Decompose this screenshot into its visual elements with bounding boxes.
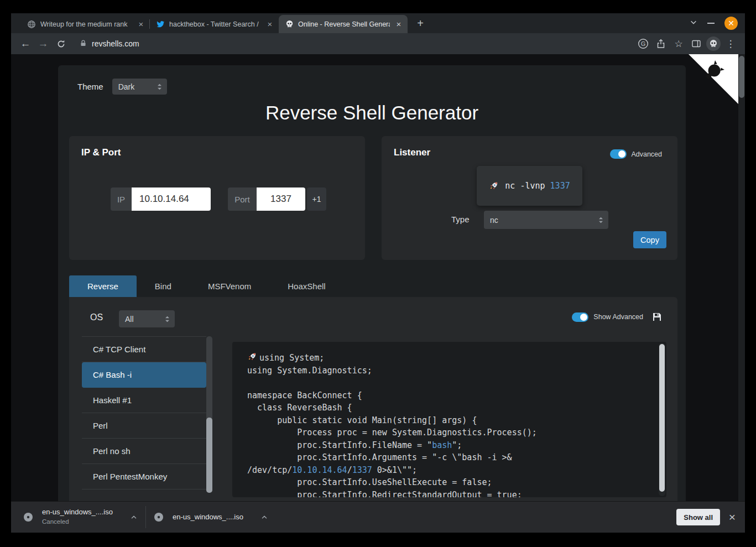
google-account-icon[interactable]: G (635, 36, 651, 51)
show-advanced-label: Show Advanced (593, 313, 643, 321)
side-panel-icon[interactable] (689, 36, 704, 51)
iso-file-icon (23, 512, 33, 522)
advanced-toggle-label: Advanced (631, 150, 662, 158)
screen: Writeup for the medium rank × hackthebox… (0, 0, 756, 547)
theme-select[interactable]: Dark (112, 79, 167, 95)
advanced-toggle-group: Advanced (610, 149, 662, 159)
bookmark-star-icon[interactable]: ☆ (671, 36, 686, 51)
address-bar[interactable]: revshells.com (71, 35, 633, 52)
listener-card: Listener Advanced nc -lvnp 1337 Type (382, 136, 677, 260)
chevron-up-icon[interactable] (128, 512, 139, 523)
tab-title: hackthebox - Twitter Search / (169, 20, 261, 28)
code-segment: / (347, 465, 352, 475)
revshells-app: Theme Dark Reverse Shell Generator IP & … (58, 65, 686, 501)
tab-search-chevron-icon[interactable] (690, 18, 697, 28)
copy-button[interactable]: Copy (633, 231, 666, 248)
payload-item[interactable]: C# TCP Client (82, 337, 206, 362)
code-segment: using System.Diagnostics; (247, 366, 372, 376)
tab-close-icon[interactable]: × (394, 20, 403, 29)
tab-hoaxshell[interactable]: HoaxShell (269, 275, 343, 297)
os-select[interactable]: All (119, 310, 175, 327)
top-cards: IP & Port IP Port +1 (69, 136, 677, 260)
menu-dots-icon[interactable]: ⋮ (723, 36, 738, 51)
code-segment: 0>&1\""; (372, 465, 417, 475)
save-icon[interactable] (652, 312, 662, 322)
chevron-up-icon[interactable] (259, 512, 270, 523)
tab-bind[interactable]: Bind (137, 275, 190, 297)
code-segment: class ReverseBash { (247, 403, 352, 413)
window-controls: ✕ (690, 13, 745, 33)
port-input[interactable] (257, 187, 305, 211)
listener-command-text: nc -lvnp 1337 (505, 181, 570, 191)
code-panel[interactable]: using System;using System.Diagnostics;na… (232, 342, 666, 497)
payload-item[interactable]: Perl (82, 413, 206, 439)
code-segment: namespace BackConnect { (247, 390, 362, 400)
tab-msfvenom[interactable]: MSFVenom (190, 275, 269, 297)
rocket-icon (247, 352, 257, 361)
code-segment: 10.10.14.64 (292, 465, 347, 475)
increment-port-button[interactable]: +1 (307, 187, 326, 211)
os-select-value: All (125, 315, 134, 324)
theme-select-value: Dark (118, 82, 135, 91)
show-advanced-group: Show Advanced (572, 312, 662, 322)
tab-reverse[interactable]: Reverse (69, 275, 137, 297)
lock-icon (80, 39, 87, 49)
payload-item[interactable]: Perl no sh (82, 439, 206, 464)
listener-command-box[interactable]: nc -lvnp 1337 (477, 166, 582, 206)
ip-port-inputs: IP Port +1 (111, 187, 326, 211)
scrollbar-thumb[interactable] (659, 344, 665, 492)
code-segment: "; (452, 440, 462, 450)
share-icon[interactable] (653, 36, 669, 51)
forward-icon[interactable]: → (35, 36, 51, 51)
profile-avatar[interactable] (706, 37, 721, 51)
tab-close-icon[interactable]: × (265, 20, 274, 29)
scrollbar-thumb[interactable] (739, 56, 744, 98)
payload-item-selected[interactable]: C# Bash -i (82, 362, 206, 388)
theme-row: Theme Dark (77, 79, 167, 95)
close-downloads-icon[interactable]: × (726, 509, 738, 525)
payload-item[interactable]: Haskell #1 (82, 388, 206, 413)
listener-command-port: 1337 (550, 181, 570, 191)
ip-input[interactable] (132, 187, 211, 211)
download-item[interactable]: en-us_windows_....iso (146, 502, 273, 533)
back-icon[interactable]: ← (18, 36, 33, 51)
tab-title: Online - Reverse Shell Genera (298, 20, 390, 28)
tab-close-icon[interactable]: × (137, 20, 145, 29)
tab-title: Writeup for the medium rank (40, 20, 132, 28)
listener-type-select[interactable]: nc (484, 211, 608, 229)
rocket-icon (489, 182, 498, 190)
page-scrollbar[interactable] (738, 54, 745, 501)
theme-label: Theme (77, 82, 103, 91)
show-advanced-toggle[interactable] (572, 312, 588, 322)
scrollbar-thumb[interactable] (206, 418, 212, 493)
show-all-downloads-button[interactable]: Show all (676, 509, 720, 525)
os-label: OS (90, 312, 103, 322)
payload-panel: OS All Show Advanced C# TCP Client (69, 297, 677, 501)
code-segment: /dev/tcp/ (247, 465, 292, 475)
updown-arrows-icon (598, 216, 603, 224)
browser-tab-revshells[interactable]: Online - Reverse Shell Genera × (279, 15, 408, 33)
ip-port-card: IP & Port IP Port +1 (69, 136, 365, 260)
payload-list: C# TCP Client C# Bash -i Haskell #1 Perl… (82, 336, 206, 489)
code-segment: Process proc = new System.Diagnostics.Pr… (247, 428, 537, 437)
reload-icon[interactable] (53, 36, 69, 51)
port-group: Port +1 (228, 187, 326, 211)
code-scrollbar[interactable] (659, 343, 665, 496)
browser-tab-writeup[interactable]: Writeup for the medium rank × (21, 15, 150, 33)
browser-tab-twitter[interactable]: hackthebox - Twitter Search / × (150, 15, 279, 33)
payload-item[interactable]: Perl PentestMonkey (82, 464, 206, 489)
twitter-icon (156, 20, 165, 29)
close-window-button[interactable]: ✕ (724, 17, 738, 30)
tab-strip: Writeup for the medium rank × hackthebox… (11, 13, 745, 33)
minimize-button[interactable] (707, 23, 715, 24)
download-item[interactable]: en-us_windows_....iso Canceled (15, 502, 143, 533)
code-segment: bash (432, 440, 452, 450)
code-segment: 1337 (352, 465, 372, 475)
payload-list-scrollbar[interactable] (206, 336, 212, 493)
advanced-toggle[interactable] (610, 149, 627, 159)
listener-heading: Listener (394, 147, 430, 158)
github-corner[interactable] (689, 54, 738, 104)
browser-toolbar: ← → revshells.com G ☆ (11, 33, 745, 54)
code-segment: proc.StartInfo.UseShellExecute = false; (247, 477, 492, 487)
new-tab-button[interactable]: + (413, 17, 427, 30)
